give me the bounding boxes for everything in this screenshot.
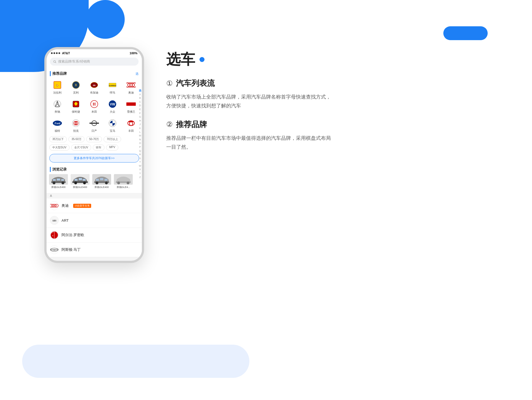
filter-price-1[interactable]: 35万以下 (49, 136, 67, 142)
brand-porsche[interactable]: 保时捷 (67, 97, 84, 115)
nissan-logo (89, 118, 99, 128)
ford-logo: Ford (52, 118, 62, 128)
alpha-d[interactable]: D (139, 104, 141, 107)
svg-text:AM: AM (53, 249, 55, 251)
filter-price-4[interactable]: 70万以上 (104, 136, 121, 142)
svg-point-50 (74, 182, 77, 184)
alpha-p[interactable]: P (139, 145, 141, 149)
bugatti-logo: EB (89, 80, 99, 90)
brand-list-audi[interactable]: 奥迪 15款新车在售 (47, 198, 142, 213)
phone-screen: AT&T 100% 搜索品牌/车系/经销商 选 (47, 49, 142, 261)
alpha-y[interactable]: Y (139, 172, 141, 175)
signal-dot-3 (56, 52, 58, 54)
brand-list-section: A 奥迪 15款新车在售 (47, 193, 142, 260)
filter-price-3[interactable]: 50-70万 (86, 136, 102, 142)
aston-list-logo: AM (50, 245, 59, 254)
alpha-g[interactable]: G (139, 115, 141, 119)
filter-body-1[interactable]: 中大型SUV (49, 144, 70, 151)
bentley-name: 宾利 (73, 91, 79, 95)
alpha-b[interactable]: B (139, 96, 141, 100)
audi-logo (126, 80, 136, 90)
buick-name: 别克 (73, 129, 79, 133)
browse-car-img-1 (49, 174, 68, 185)
browse-car-img-2 (71, 174, 89, 185)
brand-chevrolet[interactable]: 雪佛兰 (122, 97, 140, 115)
alpha-x[interactable]: X (139, 168, 141, 171)
feature-2-number: ② (166, 120, 173, 129)
brand-list-aston[interactable]: AM 阿斯顿·马丁 (47, 242, 142, 257)
filter-body-2[interactable]: 全尺寸SUV (71, 144, 91, 151)
brand-list-alfa[interactable]: α 阿尔法·罗密欧 (47, 228, 142, 242)
svg-point-58 (105, 182, 108, 184)
brand-bmw[interactable]: 宝马 (104, 117, 121, 135)
audi-name: 奥迪 (128, 91, 134, 95)
page-title-block: 选车 (166, 50, 332, 69)
alpha-c[interactable]: C (139, 100, 141, 104)
browse-car-4[interactable]: 奔驰GLE4... (114, 174, 133, 189)
alpha-select[interactable]: 选 (139, 89, 141, 92)
alpha-o[interactable]: O (139, 141, 141, 145)
alpha-l[interactable]: L (139, 130, 141, 134)
alpha-s[interactable]: S (139, 157, 141, 160)
brand-list-art[interactable]: ARS ART (47, 213, 142, 228)
svg-rect-59 (96, 179, 99, 181)
browse-car-2[interactable]: 奔驰GLE400 (70, 174, 90, 189)
alpha-r[interactable]: R (139, 153, 141, 156)
alpha-m[interactable]: M (139, 134, 141, 138)
brand-buick[interactable]: 别克 (67, 117, 84, 135)
feature-1-heading: 汽车列表流 (176, 78, 215, 89)
brand-nissan[interactable]: 日产 (86, 117, 103, 135)
hummer-logo: HUMMER (108, 80, 117, 90)
svg-text:🐎: 🐎 (56, 84, 59, 87)
brand-audi[interactable]: 奥迪 (122, 78, 140, 96)
brand-toyota[interactable]: 丰田 (122, 117, 140, 135)
svg-rect-47 (61, 179, 64, 181)
brand-honda[interactable]: H 本田 (86, 97, 103, 115)
alpha-t[interactable]: T (139, 160, 141, 164)
svg-text:Ford: Ford (54, 122, 61, 125)
feature-1-heading-block: ① 汽车列表流 (166, 78, 332, 89)
brand-ferrari[interactable]: 🐎 法拉利 (49, 78, 66, 96)
brand-mercedes[interactable]: 奔驰 (49, 97, 66, 115)
svg-point-43 (53, 182, 55, 184)
svg-rect-52 (75, 179, 78, 181)
audi-list-name: 奥迪 (62, 203, 69, 208)
browse-car-1[interactable]: 奔驰GLE400 (49, 174, 68, 189)
filter-body-3[interactable]: 轿车 (93, 144, 104, 151)
alpha-w[interactable]: W (139, 164, 141, 168)
browse-car-img-3 (92, 174, 111, 185)
search-input[interactable]: 搜索品牌/车系/经销商 (50, 58, 139, 66)
alpha-z[interactable]: Z (139, 176, 141, 179)
feature-2-heading-block: ② 推荐品牌 (166, 119, 332, 130)
brand-vw[interactable]: VW 大众 (104, 97, 121, 115)
brand-hummer[interactable]: HUMMER 悍马 (104, 78, 121, 96)
page-title: 选车 (166, 50, 195, 69)
alpha-f[interactable]: F (139, 112, 141, 115)
bg-pill-top-right (443, 26, 488, 40)
filter-body-4[interactable]: MPV (106, 144, 118, 151)
alpha-h[interactable]: H (139, 119, 141, 123)
brand-bentley[interactable]: B 宾利 (67, 78, 84, 96)
alphabet-sidebar[interactable]: 选 A B C D E F G H J K L M N O P Q (138, 88, 142, 180)
alpha-q[interactable]: Q (139, 149, 141, 153)
chevrolet-logo (126, 99, 136, 109)
search-icon (53, 60, 57, 63)
recommended-action[interactable]: 选 (135, 72, 139, 76)
svg-point-67 (52, 204, 55, 207)
alpha-a[interactable]: A (139, 93, 141, 96)
brand-bugatti[interactable]: EB 布加迪 (86, 78, 103, 96)
svg-line-1 (55, 62, 56, 63)
section-separator-a: A (47, 193, 142, 198)
alpha-j[interactable]: J (139, 123, 141, 126)
browse-car-name-3: 奔驰GLE400 (94, 185, 109, 189)
more-cars-button[interactable]: 更多条件学车共2076款新车>> (49, 154, 139, 162)
filter-price-2[interactable]: 35-50万 (68, 136, 85, 142)
mercedes-logo (52, 99, 62, 109)
alpha-n[interactable]: N (139, 138, 141, 141)
svg-rect-53 (79, 178, 82, 180)
browse-car-3[interactable]: 奔驰GLE400 (92, 174, 111, 189)
alpha-e[interactable]: E (139, 108, 141, 111)
brand-ford[interactable]: Ford 福特 (49, 117, 66, 135)
brand-grid: 🐎 法拉利 B 宾利 (47, 78, 142, 135)
alpha-k[interactable]: K (139, 127, 141, 130)
